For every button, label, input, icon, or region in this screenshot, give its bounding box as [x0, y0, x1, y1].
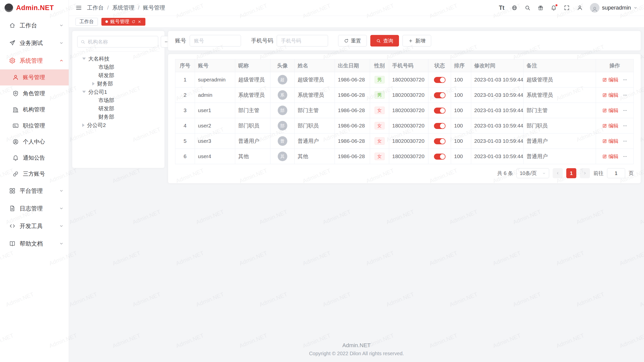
sidebar-item-third-party-account[interactable]: 三方账号: [0, 166, 69, 182]
sidebar-item-log-management[interactable]: 日志管理: [0, 200, 69, 217]
tree-node[interactable]: 财务部: [77, 113, 159, 121]
status-toggle[interactable]: [434, 138, 446, 144]
cell-index: 5: [175, 133, 195, 149]
cell-birthday: 1986-06-28: [335, 133, 370, 149]
sidebar-item-position-management[interactable]: 职位管理: [0, 118, 69, 134]
tree-node[interactable]: 分公司1: [77, 88, 159, 96]
cell-gender: 女: [370, 118, 389, 133]
edit-button[interactable]: 编辑: [602, 76, 619, 83]
org-search-input[interactable]: [87, 39, 155, 45]
cell-nickname: 普通用户: [235, 133, 270, 149]
sidebar-item-personal-center[interactable]: 个人中心: [0, 134, 69, 150]
column-header-account: 账号: [195, 59, 235, 72]
tree-node[interactable]: 分公司2: [77, 121, 159, 129]
breadcrumb-item-system-management[interactable]: 系统管理: [112, 4, 134, 12]
edit-button[interactable]: 编辑: [602, 153, 619, 160]
status-toggle[interactable]: [434, 123, 446, 129]
tab-close-icon[interactable]: [138, 20, 141, 24]
more-actions-button[interactable]: [623, 154, 627, 159]
tree-node[interactable]: 研发部: [77, 104, 159, 113]
status-toggle[interactable]: [434, 77, 446, 83]
sidebar-item-notice-announcement[interactable]: 通知公告: [0, 150, 69, 166]
add-button[interactable]: 新增: [403, 35, 431, 47]
language-icon[interactable]: [511, 5, 517, 11]
prev-page-button[interactable]: [553, 168, 563, 178]
row-avatar: 其: [278, 152, 287, 161]
tab-workbench[interactable]: 工作台: [75, 18, 98, 26]
more-actions-button[interactable]: [623, 123, 627, 128]
notification-bell-icon[interactable]: [551, 5, 557, 11]
tree-node[interactable]: 研发部: [77, 71, 159, 79]
cell-gender: 女: [370, 133, 389, 149]
cell-birthday: 1986-06-28: [335, 149, 370, 164]
sidebar-item-help-docs[interactable]: 帮助文档: [0, 235, 69, 252]
tree-expand-caret-icon[interactable]: [82, 123, 85, 127]
sidebar-item-workbench[interactable]: 工作台: [0, 17, 69, 34]
chevron-down-icon: [59, 23, 64, 28]
cell-index: 1: [175, 72, 195, 87]
font-size-icon[interactable]: Tt: [499, 5, 504, 11]
sidebar-item-platform-management[interactable]: 平台管理: [0, 182, 69, 200]
more-actions-button[interactable]: [623, 139, 627, 144]
edit-button[interactable]: 编辑: [602, 122, 619, 129]
page-number-1[interactable]: 1: [566, 168, 576, 178]
account-panel: 账号 手机号码 重置 查询 新增 序号账号昵称头像姓名出生日期性别手机号码状态排…: [168, 31, 641, 184]
row-avatar: 超: [278, 75, 287, 84]
tree-node[interactable]: 市场部: [77, 96, 159, 104]
cell-order: 100: [451, 118, 471, 133]
reset-button[interactable]: 重置: [338, 35, 367, 47]
status-toggle[interactable]: [434, 92, 446, 98]
sidebar-item-account-management[interactable]: 账号管理: [0, 69, 69, 85]
tree-expand-caret-icon[interactable]: [82, 91, 86, 93]
edit-button[interactable]: 编辑: [602, 107, 619, 114]
status-toggle[interactable]: [434, 108, 446, 114]
app-logo[interactable]: Admin.NET: [0, 0, 69, 16]
cell-avatar: 其: [270, 149, 295, 164]
breadcrumb-item-workbench[interactable]: 工作台: [87, 4, 104, 12]
search-icon[interactable]: [525, 5, 531, 11]
lock-screen-icon[interactable]: [577, 5, 583, 11]
edit-icon: [602, 108, 607, 113]
chevron-down-icon: [59, 224, 64, 228]
tab-label: 账号管理: [110, 18, 129, 25]
search-button[interactable]: 查询: [370, 35, 399, 47]
row-avatar: 系: [278, 90, 287, 100]
cell-actions: 编辑: [596, 72, 634, 87]
tab-account-management[interactable]: 账号管理: [101, 18, 145, 26]
account-input[interactable]: [190, 35, 241, 47]
more-actions-button[interactable]: [623, 108, 627, 113]
cell-avatar: 部: [270, 118, 295, 133]
sidebar-item-business-test[interactable]: 业务测试: [0, 34, 69, 52]
cell-actions: 编辑: [596, 118, 634, 133]
cell-name: 其他: [295, 149, 335, 164]
cell-birthday: 1986-06-28: [335, 118, 370, 133]
sidebar-item-org-management[interactable]: 机构管理: [0, 102, 69, 118]
goto-page-input[interactable]: [607, 168, 625, 178]
cell-avatar: 部: [270, 103, 295, 118]
phone-input[interactable]: [277, 35, 328, 47]
next-page-button[interactable]: [580, 168, 590, 178]
tree-expand-caret-icon[interactable]: [92, 82, 95, 85]
tree-expand-caret-icon[interactable]: [82, 58, 86, 60]
tree-node[interactable]: 大名科技: [77, 55, 159, 63]
more-actions-button[interactable]: [623, 93, 627, 98]
menu-collapse-icon[interactable]: [75, 5, 82, 11]
fullscreen-icon[interactable]: [564, 5, 570, 11]
sidebar-item-system-management[interactable]: 系统管理: [0, 52, 69, 69]
tree-node[interactable]: 财务部: [77, 79, 159, 88]
cell-nickname: 部门职员: [235, 118, 270, 133]
tree-node-label: 市场部: [98, 64, 114, 71]
page-size-select[interactable]: 10条/页: [516, 168, 549, 178]
status-toggle[interactable]: [434, 154, 446, 160]
user-menu[interactable]: superadmin: [590, 3, 637, 13]
tree-node[interactable]: 市场部: [77, 63, 159, 71]
tab-refresh-icon[interactable]: [132, 20, 135, 24]
sidebar-item-dev-tools[interactable]: 开发工具: [0, 217, 69, 235]
table-row: 2admin系统管理员系系统管理员1986-06-28男180200307201…: [175, 87, 634, 103]
theme-icon[interactable]: [538, 5, 544, 11]
gender-tag: 男: [375, 76, 385, 83]
edit-button[interactable]: 编辑: [602, 138, 619, 145]
sidebar-item-role-management[interactable]: 角色管理: [0, 85, 69, 102]
more-actions-button[interactable]: [623, 77, 627, 82]
edit-button[interactable]: 编辑: [602, 92, 619, 99]
